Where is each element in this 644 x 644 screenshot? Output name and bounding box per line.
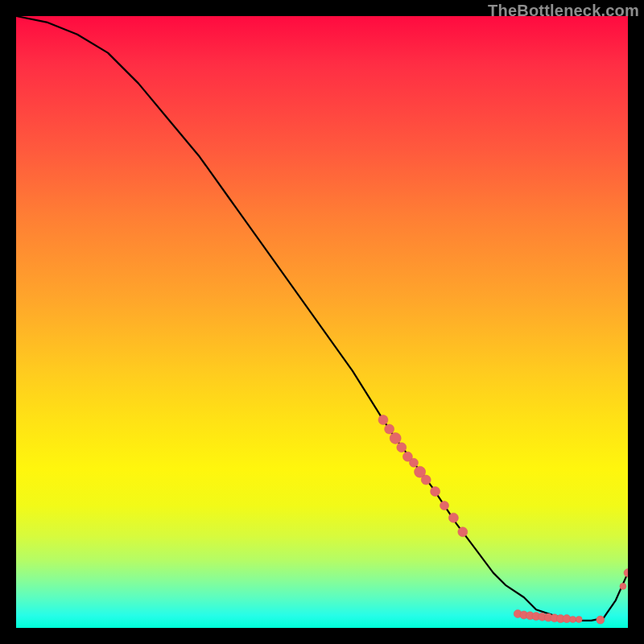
marker-group	[378, 415, 628, 625]
data-point	[378, 415, 388, 425]
data-point	[620, 583, 626, 589]
data-point	[410, 458, 419, 467]
data-point	[597, 616, 605, 624]
chart-overlay	[16, 16, 628, 628]
data-point	[448, 513, 458, 522]
bottleneck-curve	[16, 16, 628, 621]
data-point	[421, 475, 431, 485]
data-point	[458, 527, 468, 537]
data-point	[385, 424, 394, 434]
data-point	[576, 616, 582, 622]
data-point	[431, 487, 440, 497]
data-point	[570, 616, 576, 622]
data-point	[390, 432, 401, 444]
plot-area	[16, 16, 628, 628]
data-point	[440, 502, 449, 510]
data-point	[624, 569, 628, 577]
data-point	[397, 443, 407, 452]
chart-stage: TheBottleneck.com	[0, 0, 644, 644]
